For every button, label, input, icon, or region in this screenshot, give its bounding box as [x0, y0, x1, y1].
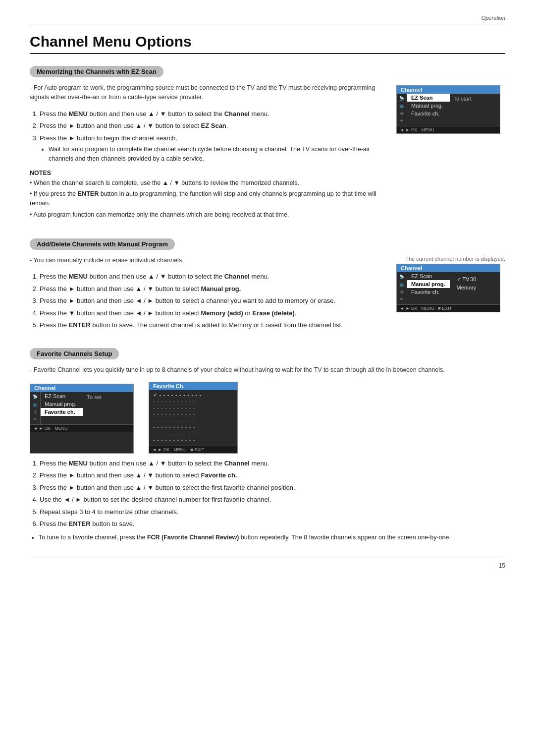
mp-manual-prog-item: Manual prog. — [407, 280, 450, 288]
manual-prog-tv-title: Channel — [397, 264, 500, 272]
mp-icon-antenna: 📡 — [398, 274, 405, 280]
fav-row-1: ✓ - - - - - - - - - - - — [153, 392, 233, 398]
fav-row-6: - - - - - - - - - - - — [153, 424, 233, 430]
icon-pen: ✏ — [398, 118, 405, 124]
ez-scan-side: Channel 📡 📺 ◎ ✏ EZ Scan Manual prog. Fav… — [396, 83, 505, 134]
fav-step-4: Use the ◄ / ► button to set the desired … — [40, 495, 505, 505]
fav-step-2: Press the ► button and then use ▲ / ▼ bu… — [40, 470, 505, 480]
fav-row-2: - - - - - - - - - - - — [153, 399, 233, 404]
manual-prog-section: Add/Delete Channels with Manual Program … — [30, 238, 505, 334]
icon-tv: 📺 — [398, 103, 405, 109]
notes-list: When the channel search is complete, use… — [30, 178, 384, 220]
manual-prog-item: Manual prog. — [407, 102, 450, 110]
fav-sub-bullet: To tune to a favorite channel, press the… — [39, 533, 505, 542]
fav-row-5: - - - - - - - - - - - — [153, 418, 233, 423]
mp-right-content: ✓ TV 30 Memory — [454, 274, 480, 292]
fav-icon-circle: ◎ — [32, 409, 39, 415]
mp-check: ✓ TV — [457, 276, 470, 283]
manual-prog-content: - You can manually include or erase indi… — [30, 256, 505, 334]
ez-scan-intro: - For Auto program to work, the programm… — [30, 83, 384, 102]
mp-step-3: Press the ► button and then use ◄ / ► bu… — [40, 296, 384, 306]
icon-antenna: 📡 — [398, 96, 405, 102]
manual-prog-intro: - You can manually include or erase indi… — [30, 256, 384, 265]
fav-left-title: Channel — [30, 384, 133, 392]
fav-right-footer: ◄ ► OK MENU ■ EXIT — [149, 446, 237, 453]
fav-note: To tune to a favorite channel, press the… — [39, 533, 505, 542]
mp-memory-row: Memory — [454, 284, 480, 291]
section-label: Operation — [30, 15, 505, 21]
fav-favorite-ch-item: Favorite ch. — [41, 408, 83, 416]
step-1: Press the MENU button and then use ▲ / ▼… — [40, 109, 384, 119]
manual-prog-right: ✓ TV 30 Memory — [450, 272, 500, 304]
fav-manual-prog-item: Manual prog. — [41, 400, 83, 408]
notes-title: NOTES — [30, 170, 384, 176]
ez-scan-header: Memorizing the Channels with EZ Scan — [30, 66, 163, 77]
ez-scan-steps: Press the MENU button and then use ▲ / ▼… — [40, 109, 384, 164]
mp-ez-scan-item: EZ Scan — [407, 272, 450, 280]
mp-memory-label: Memory — [457, 285, 477, 291]
ez-scan-menu-footer: ◄ ► OK MENU — [397, 126, 500, 133]
mp-icon-circle: ◎ — [398, 289, 405, 295]
manual-prog-menu-icons: 📡 📺 ◎ ✏ — [397, 272, 407, 304]
ez-scan-tv-menu-title: Channel — [397, 86, 500, 94]
fav-left-right-label: To set — [83, 392, 134, 424]
step-3: Press the ► button to begin the channel … — [40, 133, 384, 164]
top-divider — [30, 24, 505, 24]
fav-left-icons: 📡 📺 ◎ ✏ — [30, 392, 41, 424]
manual-prog-menu-body: 📡 📺 ◎ ✏ EZ Scan Manual prog. Favorite ch… — [397, 272, 500, 304]
fav-row-4: - - - - - - - - - - - — [153, 411, 233, 417]
mp-channel-number: 30 — [470, 276, 476, 282]
fav-ez-scan-item: EZ Scan — [41, 392, 83, 400]
fav-icon-pen: ✏ — [32, 416, 39, 422]
manual-prog-side: The current channel number is displayed.… — [396, 256, 505, 312]
note-3: Auto program function can memorize only … — [30, 210, 384, 220]
favorite-header: Favorite Channels Setup — [30, 348, 119, 359]
fav-left-footer: ◄ ► OK MENU — [30, 424, 133, 432]
fav-row-8: - - - - - - - - - - - — [153, 437, 233, 443]
mp-step-1: Press the MENU button and then use ▲ / ▼… — [40, 272, 384, 282]
page-title: Channel Menu Options — [30, 33, 505, 54]
mp-icon-pen: ✏ — [398, 296, 405, 302]
note-1: When the channel search is complete, use… — [30, 178, 384, 188]
favorite-left-tv-menu: Channel 📡 📺 ◎ ✏ EZ Scan Manual prog. Fav… — [30, 384, 134, 454]
mp-step-5: Press the ENTER button to save. The curr… — [40, 320, 384, 330]
side-note: The current channel number is displayed. — [396, 256, 505, 262]
page-number: 15 — [30, 562, 505, 569]
ez-scan-menu-icons: 📡 📺 ◎ ✏ — [397, 94, 407, 126]
favorite-steps: Press the MENU button and then use ▲ / ▼… — [40, 459, 505, 529]
manual-prog-menu-items: EZ Scan Manual prog. Favorite ch. — [407, 272, 450, 304]
icon-circle: ◎ — [398, 111, 405, 116]
favorite-menus-row: Channel 📡 📺 ◎ ✏ EZ Scan Manual prog. Fav… — [30, 382, 505, 454]
favorite-intro: - Favorite Channel lets you quickly tune… — [30, 365, 505, 375]
manual-prog-steps: Press the MENU button and then use ▲ / ▼… — [40, 272, 384, 330]
ez-scan-menu-body: 📡 📺 ◎ ✏ EZ Scan Manual prog. Favorite ch… — [397, 94, 500, 126]
ez-scan-content: - For Auto program to work, the programm… — [30, 83, 505, 225]
mp-step-2: Press the ► button and then use ▲ / ▼ bu… — [40, 284, 384, 294]
note-2: If you press the ENTER button in auto pr… — [30, 189, 384, 208]
fav-step-6: Press the ENTER button to save. — [40, 519, 505, 529]
manual-prog-tv-menu: Channel 📡 📺 ◎ ✏ EZ Scan Manual prog. Fav… — [396, 264, 500, 312]
mp-tv-row: ✓ TV 30 — [454, 275, 480, 284]
favorite-section: Favorite Channels Setup - Favorite Chann… — [30, 348, 505, 542]
ez-scan-menu-items: EZ Scan Manual prog. Favorite ch. — [407, 94, 450, 126]
favorite-right-tv-menu: Favorite Ch. ✓ - - - - - - - - - - - - -… — [149, 382, 238, 454]
fav-left-items: EZ Scan Manual prog. Favorite ch. — [41, 392, 83, 424]
step-2: Press the ► button and then use ▲ / ▼ bu… — [40, 121, 384, 131]
fav-icon-antenna: 📡 — [32, 394, 39, 400]
bottom-divider — [30, 557, 505, 557]
mp-favorite-ch-item: Favorite ch. — [407, 288, 450, 296]
ez-scan-item: EZ Scan — [407, 94, 450, 102]
fav-step-3: Press the ► button and then use ▲ / ▼ bu… — [40, 483, 505, 493]
fav-row-3: - - - - - - - - - - - — [153, 405, 233, 410]
mp-step-4: Press the ▼ button and then use ◄ / ► bu… — [40, 308, 384, 318]
manual-prog-header: Add/Delete Channels with Manual Program — [30, 238, 175, 250]
fav-right-body: ✓ - - - - - - - - - - - - - - - - - - - … — [149, 390, 237, 446]
ez-scan-tv-menu: Channel 📡 📺 ◎ ✏ EZ Scan Manual prog. Fav… — [396, 85, 500, 134]
page-container: Operation Channel Menu Options Memorizin… — [0, 0, 535, 599]
fav-row-7: - - - - - - - - - - - — [153, 431, 233, 436]
fav-step-5: Repeat steps 3 to 4 to memorize other ch… — [40, 507, 505, 517]
fav-right-title: Favorite Ch. — [149, 382, 237, 390]
mp-icon-tv: 📺 — [398, 282, 405, 288]
fav-icon-tv: 📺 — [32, 402, 39, 407]
notes-block: NOTES When the channel search is complet… — [30, 170, 384, 220]
